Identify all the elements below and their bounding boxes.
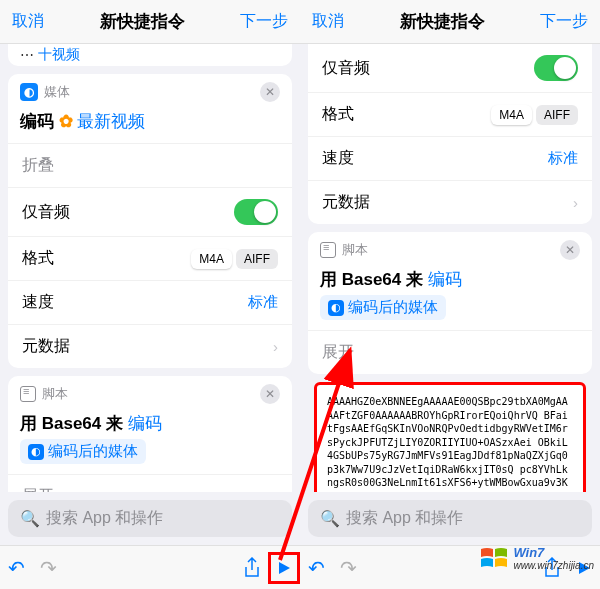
navbar: 取消 新快捷指令 下一步 xyxy=(0,0,300,44)
nav-title: 新快捷指令 xyxy=(100,10,185,33)
aiff-option: AIFF xyxy=(236,249,278,269)
search-icon: 🔍 xyxy=(20,509,40,528)
search-icon: 🔍 xyxy=(320,509,340,528)
chevron-right-icon: › xyxy=(273,338,278,355)
speed-row: 速度标准 xyxy=(308,136,592,180)
m4a-option: M4A xyxy=(191,249,232,269)
script-icon xyxy=(20,386,36,402)
script-card-title: 用 Base64 来 编码 ◐编码后的媒体 xyxy=(8,408,292,474)
encoded-media-chip[interactable]: ◐编码后的媒体 xyxy=(20,439,146,464)
format-segmented[interactable]: M4A AIFF xyxy=(191,249,278,269)
encoded-media-chip[interactable]: ◐编码后的媒体 xyxy=(320,295,446,320)
script-icon xyxy=(320,242,336,258)
encode-link[interactable]: 编码 xyxy=(428,270,462,289)
collapse-row[interactable]: 折叠 xyxy=(8,143,292,187)
close-icon[interactable]: ✕ xyxy=(260,82,280,102)
expand-row[interactable]: 展开 xyxy=(8,474,292,492)
close-icon[interactable]: ✕ xyxy=(560,240,580,260)
search-placeholder: 搜索 App 和操作 xyxy=(346,508,463,529)
cancel-button[interactable]: 取消 xyxy=(12,11,44,32)
media-card-title: 编码 ✿ 最新视频 xyxy=(8,106,292,143)
chevron-right-icon: › xyxy=(573,194,578,211)
speed-row: 速度标准 xyxy=(8,280,292,324)
script-card-title: 用 Base64 来 编码 ◐编码后的媒体 xyxy=(308,264,592,330)
next-button[interactable]: 下一步 xyxy=(240,11,288,32)
speed-value[interactable]: 标准 xyxy=(548,149,578,168)
script-card: 脚本 ✕ 用 Base64 来 编码 ◐编码后的媒体 展开 xyxy=(8,376,292,492)
speed-value[interactable]: 标准 xyxy=(248,293,278,312)
partial-card: ⋯ 十视频 xyxy=(8,44,292,66)
metadata-row[interactable]: 元数据› xyxy=(8,324,292,368)
latest-video-link[interactable]: 最新视频 xyxy=(77,112,145,131)
search-placeholder: 搜索 App 和操作 xyxy=(46,508,163,529)
redo-button: ↷ xyxy=(32,552,64,584)
script-card: 脚本 ✕ 用 Base64 来 编码 ◐编码后的媒体 展开 xyxy=(308,232,592,374)
m4a-option: M4A xyxy=(491,105,532,125)
encode-link[interactable]: 编码 xyxy=(128,414,162,433)
undo-button[interactable]: ↶ xyxy=(300,552,332,584)
base64-output: AAAAHGZ0eXBNNEEgAAAAAE00QSBpc29tbXA0MgAA… xyxy=(314,382,586,492)
share-button[interactable] xyxy=(236,552,268,584)
metadata-row[interactable]: 元数据› xyxy=(308,180,592,224)
right-screen: 取消 新快捷指令 下一步 仅音频 格式 M4A AIFF 速度标准 元数据› 脚… xyxy=(300,0,600,589)
search-bar[interactable]: 🔍 搜索 App 和操作 xyxy=(308,500,592,537)
audio-only-row: 仅音频 xyxy=(308,44,592,92)
next-button[interactable]: 下一步 xyxy=(540,11,588,32)
aiff-option: AIFF xyxy=(536,105,578,125)
media-encode-card: ◐ 媒体 ✕ 编码 ✿ 最新视频 折叠 仅音频 格式 M4A AIFF 速度标准… xyxy=(8,74,292,368)
media-card-continued: 仅音频 格式 M4A AIFF 速度标准 元数据› xyxy=(308,44,592,224)
undo-button[interactable]: ↶ xyxy=(0,552,32,584)
expand-row[interactable]: 展开 xyxy=(308,330,592,374)
format-segmented[interactable]: M4A AIFF xyxy=(491,105,578,125)
close-icon[interactable]: ✕ xyxy=(260,384,280,404)
media-icon: ◐ xyxy=(20,83,38,101)
audio-only-toggle[interactable] xyxy=(534,55,578,81)
flower-icon: ✿ xyxy=(59,112,73,131)
format-row: 格式 M4A AIFF xyxy=(8,236,292,280)
search-bar[interactable]: 🔍 搜索 App 和操作 xyxy=(8,500,292,537)
nav-title: 新快捷指令 xyxy=(400,10,485,33)
format-row: 格式 M4A AIFF xyxy=(308,92,592,136)
left-screen: 取消 新快捷指令 下一步 ⋯ 十视频 ◐ 媒体 ✕ 编码 ✿ 最新视频 折叠 仅… xyxy=(0,0,300,589)
windows-logo-icon xyxy=(479,545,509,571)
run-button[interactable] xyxy=(268,552,300,584)
redo-button: ↷ xyxy=(332,552,364,584)
cancel-button[interactable]: 取消 xyxy=(312,11,344,32)
audio-only-toggle[interactable] xyxy=(234,199,278,225)
navbar: 取消 新快捷指令 下一步 xyxy=(300,0,600,44)
media-head-label: 媒体 xyxy=(44,83,70,101)
audio-only-row: 仅音频 xyxy=(8,187,292,236)
watermark: Win7 www.win7zhijia.cn xyxy=(479,545,594,571)
toolbar: ↶ ↷ xyxy=(0,545,300,589)
